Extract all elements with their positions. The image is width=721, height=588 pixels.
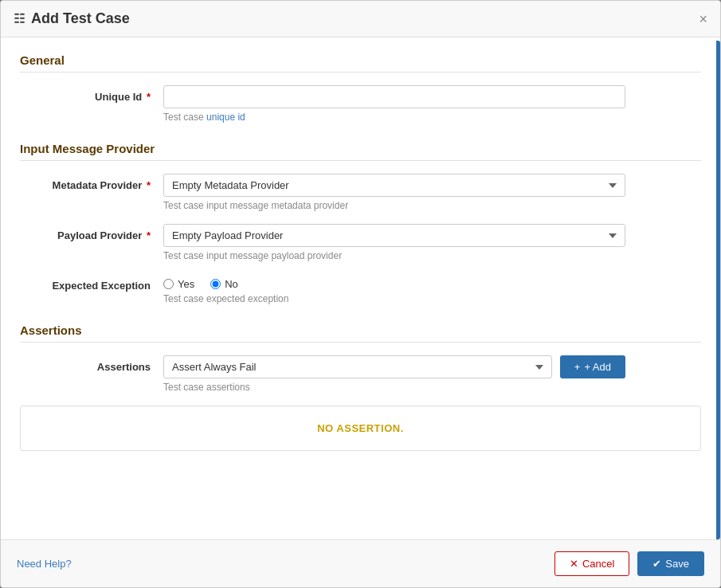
general-section: General Unique Id * Test case unique id <box>20 53 701 123</box>
modal-body: General Unique Id * Test case unique id … <box>1 37 720 539</box>
cancel-button[interactable]: ✕ Cancel <box>554 551 629 576</box>
metadata-provider-wrap: Empty Metadata Provider Custom Metadata … <box>163 174 625 211</box>
unique-id-help-link[interactable]: unique id <box>206 112 245 123</box>
add-test-case-modal: ☷ Add Test Case × General Unique Id * Te… <box>0 0 721 588</box>
modal-title-text: Add Test Case <box>31 10 130 27</box>
right-border-accent <box>716 41 720 539</box>
add-assertion-button[interactable]: + + Add <box>560 355 625 378</box>
no-assertion-box: NO ASSERTION. <box>20 406 701 451</box>
assertions-select-wrap: Assert Always Fail Assert Always Pass Cu… <box>163 355 552 378</box>
assertions-label: Assertions <box>20 355 163 373</box>
close-button[interactable]: × <box>699 12 707 26</box>
payload-provider-select[interactable]: Empty Payload Provider Custom Payload Pr… <box>163 224 625 247</box>
yes-radio[interactable] <box>163 279 174 289</box>
unique-id-group: Unique Id * Test case unique id <box>20 85 701 123</box>
close-icon: × <box>699 11 707 27</box>
unique-id-help: Test case unique id <box>163 112 625 123</box>
modal-title-icon: ☷ <box>14 11 25 26</box>
assertions-group: Assertions Assert Always Fail Assert Alw… <box>20 355 701 393</box>
add-icon: + <box>574 361 581 373</box>
metadata-provider-select[interactable]: Empty Metadata Provider Custom Metadata … <box>163 174 625 197</box>
assertions-select[interactable]: Assert Always Fail Assert Always Pass Cu… <box>163 355 552 378</box>
unique-id-label: Unique Id * <box>20 85 163 103</box>
payload-provider-wrap: Empty Payload Provider Custom Payload Pr… <box>163 224 625 261</box>
no-radio-label[interactable]: No <box>210 278 238 290</box>
general-section-title: General <box>20 53 701 73</box>
assertions-help: Test case assertions <box>163 382 625 393</box>
unique-id-wrap: Test case unique id <box>163 85 625 123</box>
no-radio[interactable] <box>210 279 221 289</box>
payload-provider-group: Payload Provider * Empty Payload Provide… <box>20 224 701 261</box>
expected-exception-help: Test case expected exception <box>163 293 625 304</box>
expected-exception-group: Expected Exception Yes No Test case expe… <box>20 274 701 304</box>
footer-buttons: ✕ Cancel ✔ Save <box>554 551 704 576</box>
expected-exception-radio-group: Yes No <box>163 274 625 290</box>
metadata-provider-help: Test case input message metadata provide… <box>163 200 625 211</box>
save-button[interactable]: ✔ Save <box>637 551 704 576</box>
cancel-icon: ✕ <box>570 558 578 570</box>
need-help-link[interactable]: Need Help? <box>17 558 72 570</box>
metadata-required-star: * <box>147 179 151 191</box>
payload-required-star: * <box>147 229 151 241</box>
yes-radio-label[interactable]: Yes <box>163 278 194 290</box>
assertions-row: Assert Always Fail Assert Always Pass Cu… <box>163 355 625 378</box>
input-message-provider-section: Input Message Provider Metadata Provider… <box>20 142 701 304</box>
assertions-section-title: Assertions <box>20 323 701 343</box>
save-icon: ✔ <box>652 558 661 570</box>
metadata-provider-label: Metadata Provider * <box>20 174 163 191</box>
metadata-provider-group: Metadata Provider * Empty Metadata Provi… <box>20 174 701 211</box>
required-star: * <box>147 91 151 103</box>
modal-title: ☷ Add Test Case <box>14 10 130 27</box>
modal-footer: Need Help? ✕ Cancel ✔ Save <box>1 539 720 587</box>
payload-provider-help: Test case input message payload provider <box>163 250 625 261</box>
expected-exception-label: Expected Exception <box>20 274 163 292</box>
payload-provider-label: Payload Provider * <box>20 224 163 241</box>
assertions-wrap: Assert Always Fail Assert Always Pass Cu… <box>163 355 625 393</box>
modal-header: ☷ Add Test Case × <box>1 1 720 37</box>
unique-id-input[interactable] <box>163 85 625 108</box>
expected-exception-wrap: Yes No Test case expected exception <box>163 274 625 304</box>
assertions-section: Assertions Assertions Assert Always Fail… <box>20 323 701 451</box>
input-message-provider-title: Input Message Provider <box>20 142 701 161</box>
